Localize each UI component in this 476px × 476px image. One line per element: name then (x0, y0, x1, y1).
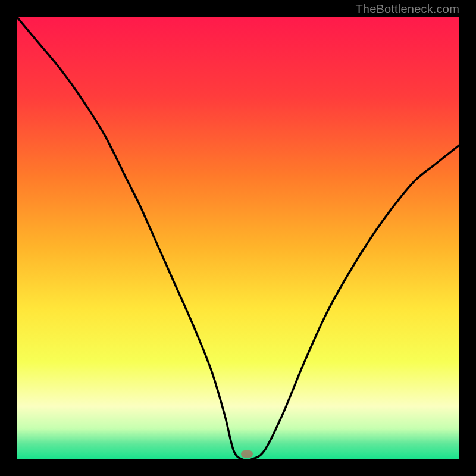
svg-rect-0 (17, 17, 459, 459)
watermark-text: TheBottleneck.com (355, 2, 459, 16)
chart-frame: TheBottleneck.com (0, 0, 476, 476)
background-gradient (17, 17, 459, 459)
plot-area (17, 17, 459, 459)
